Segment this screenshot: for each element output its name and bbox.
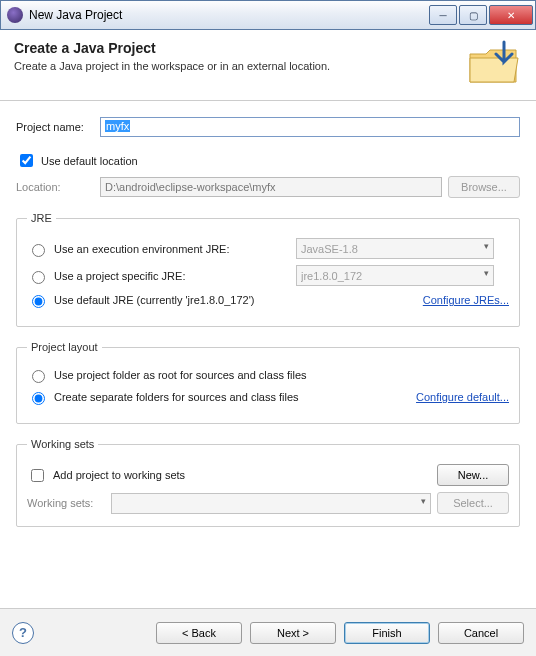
jre-project-specific-radio[interactable] xyxy=(32,271,45,284)
location-input xyxy=(100,177,442,197)
jre-group: JRE Use an execution environment JRE: Ja… xyxy=(16,212,520,327)
wizard-footer: ? < Back Next > Finish Cancel xyxy=(0,608,536,656)
project-layout-group: Project layout Use project folder as roo… xyxy=(16,341,520,424)
project-name-input[interactable] xyxy=(100,117,520,137)
jre-default-radio[interactable] xyxy=(32,295,45,308)
window-title: New Java Project xyxy=(29,8,429,22)
jre-default-label: Use default JRE (currently 'jre1.8.0_172… xyxy=(54,294,254,306)
add-to-working-sets-label: Add project to working sets xyxy=(53,469,185,481)
maximize-button[interactable]: ▢ xyxy=(459,5,487,25)
configure-jres-link[interactable]: Configure JREs... xyxy=(423,294,509,306)
wizard-header: Create a Java Project Create a Java proj… xyxy=(0,30,536,101)
help-icon[interactable]: ? xyxy=(12,622,34,644)
next-button[interactable]: Next > xyxy=(250,622,336,644)
back-button[interactable]: < Back xyxy=(156,622,242,644)
working-sets-group: Working sets Add project to working sets… xyxy=(16,438,520,527)
project-name-label: Project name: xyxy=(16,121,94,133)
layout-root-label: Use project folder as root for sources a… xyxy=(54,369,307,381)
wizard-banner-icon xyxy=(466,40,522,86)
working-sets-select xyxy=(111,493,431,514)
jre-exec-env-radio[interactable] xyxy=(32,244,45,257)
add-to-working-sets-checkbox[interactable] xyxy=(31,469,44,482)
project-layout-legend: Project layout xyxy=(27,341,102,353)
new-working-set-button[interactable]: New... xyxy=(437,464,509,486)
finish-button[interactable]: Finish xyxy=(344,622,430,644)
working-sets-legend: Working sets xyxy=(27,438,98,450)
close-button[interactable]: ✕ xyxy=(489,5,533,25)
layout-separate-radio[interactable] xyxy=(32,392,45,405)
location-label: Location: xyxy=(16,181,94,193)
cancel-button[interactable]: Cancel xyxy=(438,622,524,644)
titlebar: New Java Project ─ ▢ ✕ xyxy=(0,0,536,30)
eclipse-icon xyxy=(7,7,23,23)
browse-button: Browse... xyxy=(448,176,520,198)
select-working-sets-button: Select... xyxy=(437,492,509,514)
working-sets-label: Working sets: xyxy=(27,497,105,509)
jre-exec-env-select: JavaSE-1.8 xyxy=(296,238,494,259)
minimize-button[interactable]: ─ xyxy=(429,5,457,25)
configure-default-link[interactable]: Configure default... xyxy=(416,391,509,403)
layout-separate-label: Create separate folders for sources and … xyxy=(54,391,299,403)
jre-project-specific-select: jre1.8.0_172 xyxy=(296,265,494,286)
jre-exec-env-label: Use an execution environment JRE: xyxy=(54,243,290,255)
layout-root-radio[interactable] xyxy=(32,370,45,383)
use-default-location-checkbox[interactable] xyxy=(20,154,33,167)
window-buttons: ─ ▢ ✕ xyxy=(429,5,533,25)
jre-project-specific-label: Use a project specific JRE: xyxy=(54,270,290,282)
use-default-location-label: Use default location xyxy=(41,155,138,167)
page-title: Create a Java Project xyxy=(14,40,466,56)
jre-legend: JRE xyxy=(27,212,56,224)
page-subtitle: Create a Java project in the workspace o… xyxy=(14,60,466,72)
